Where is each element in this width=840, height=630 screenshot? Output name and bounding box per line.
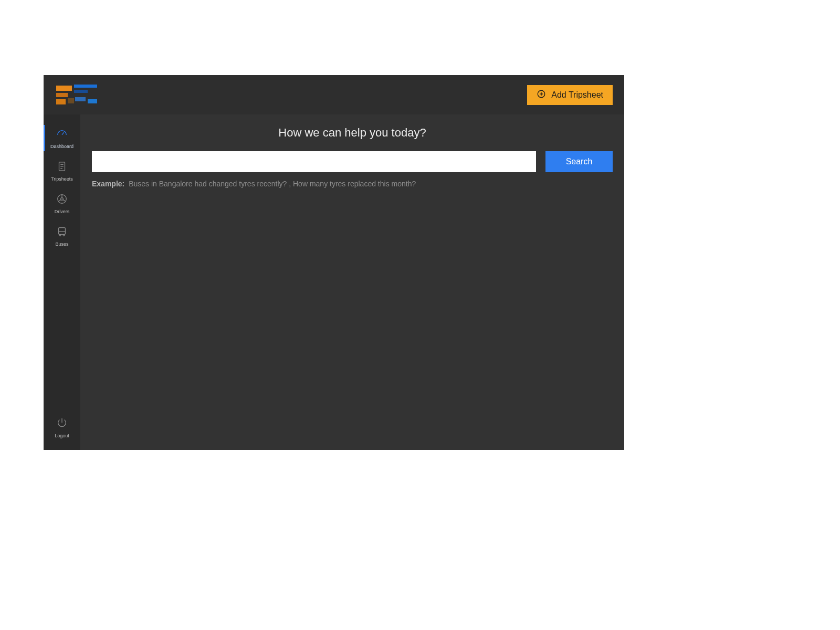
page-headline: How we can help you today? (92, 126, 613, 140)
example-text: Buses in Bangalore had changed tyres rec… (129, 180, 416, 188)
sidebar: Dashboard Tripsheets Drivers Buses (44, 114, 80, 450)
svg-point-15 (59, 235, 61, 236)
sidebar-item-label: Tripsheets (51, 176, 73, 182)
svg-line-3 (62, 132, 64, 135)
sidebar-item-label: Drivers (55, 209, 70, 214)
example-label: Example: (92, 180, 124, 188)
sidebar-item-dashboard[interactable]: Dashboard (44, 122, 80, 154)
topbar: Add Tripsheet (44, 75, 624, 114)
search-button[interactable]: Search (545, 151, 613, 172)
document-icon (56, 161, 68, 173)
svg-line-12 (63, 200, 66, 201)
sidebar-item-label: Logout (55, 433, 69, 438)
svg-line-11 (58, 200, 61, 201)
app-window: Add Tripsheet Dashboard Tripsheets (44, 75, 624, 450)
sidebar-item-buses[interactable]: Buses (44, 219, 80, 252)
sidebar-item-label: Buses (55, 242, 68, 247)
sidebar-item-label: Dashboard (50, 144, 74, 149)
power-icon (56, 417, 68, 430)
sidebar-item-drivers[interactable]: Drivers (44, 187, 80, 219)
svg-point-9 (61, 198, 64, 201)
sidebar-item-logout[interactable]: Logout (44, 411, 80, 450)
search-row: Search (92, 151, 613, 172)
bus-icon (56, 226, 68, 238)
plus-circle-icon (537, 89, 546, 101)
app-body: Dashboard Tripsheets Drivers Buses (44, 114, 624, 450)
add-tripsheet-button[interactable]: Add Tripsheet (527, 85, 613, 105)
sidebar-spacer (44, 252, 80, 411)
add-tripsheet-label: Add Tripsheet (551, 90, 603, 100)
sidebar-item-tripsheets[interactable]: Tripsheets (44, 154, 80, 187)
example-line: Example: Buses in Bangalore had changed … (92, 180, 613, 188)
brand-logo (56, 85, 97, 106)
steering-wheel-icon (56, 193, 68, 206)
svg-point-16 (63, 235, 65, 236)
gauge-icon (56, 128, 68, 141)
search-input[interactable] (92, 151, 536, 172)
main-content: How we can help you today? Search Exampl… (80, 114, 624, 450)
svg-rect-13 (59, 228, 66, 235)
